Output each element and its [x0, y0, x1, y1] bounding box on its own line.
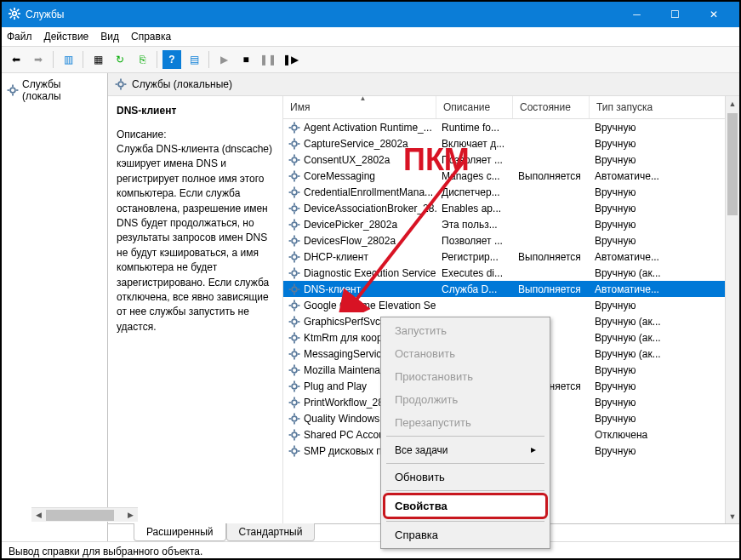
- service-row[interactable]: CaptureService_2802aВключает д...Вручную: [283, 135, 739, 151]
- restart-service-button[interactable]: ❚▶: [281, 50, 299, 69]
- tab-standard[interactable]: Стандартный: [226, 523, 316, 541]
- description-label: Описание:: [117, 129, 274, 140]
- service-start: Вручную (ак...: [590, 348, 739, 360]
- context-help[interactable]: Справка: [383, 523, 548, 546]
- service-state: Выполняется: [513, 170, 590, 182]
- gear-icon: [288, 429, 300, 441]
- svg-line-7: [17, 9, 19, 10]
- gear-icon: [288, 154, 300, 166]
- sidebar-item-services[interactable]: Службы (локалы: [5, 77, 104, 104]
- menu-help[interactable]: Справка: [131, 31, 171, 43]
- start-service-button[interactable]: ▶: [214, 50, 233, 69]
- tab-extended[interactable]: Расширенный: [134, 523, 226, 541]
- context-resume[interactable]: Продолжить: [383, 388, 548, 411]
- context-refresh[interactable]: Обновить: [383, 466, 548, 489]
- service-name: Agent Activation Runtime_...: [304, 122, 432, 134]
- gear-icon: [7, 84, 19, 96]
- list-header: Имя▲ Описание Состояние Тип запуска: [283, 96, 739, 119]
- annotation-label: ПКМ: [403, 142, 470, 178]
- refresh-button[interactable]: ↻: [111, 50, 129, 69]
- service-start: Вручную: [590, 122, 739, 134]
- service-name: CaptureService_2802a: [304, 138, 408, 150]
- toolbar: ⬅ ➡ ▥ ▦ ↻ ⎘ ? ▤ ▶ ■ ❚❚ ❚▶: [2, 47, 739, 73]
- scroll-up-icon[interactable]: ▲: [726, 96, 739, 111]
- show-hide-tree-button[interactable]: ▥: [59, 50, 77, 69]
- export-button[interactable]: ⎘: [133, 50, 151, 69]
- gear-icon: [288, 267, 300, 279]
- gear-icon: [288, 300, 300, 311]
- service-start: Вручную: [590, 186, 739, 198]
- gear-icon: [288, 186, 300, 198]
- help-button[interactable]: ?: [162, 50, 181, 69]
- menu-action[interactable]: Действие: [44, 31, 89, 43]
- app-icon: [9, 8, 20, 22]
- service-start: Вручную (ак...: [590, 332, 739, 344]
- properties-button[interactable]: ▦: [88, 50, 107, 69]
- context-menu: Запустить Остановить Приостановить Продо…: [380, 317, 550, 549]
- service-row[interactable]: Agent Activation Runtime_...Runtime fo..…: [283, 119, 739, 135]
- svg-point-104: [292, 400, 297, 405]
- context-stop[interactable]: Остановить: [383, 342, 548, 365]
- gear-icon: [288, 364, 300, 376]
- svg-point-84: [292, 335, 297, 340]
- scroll-right-icon[interactable]: ▶: [123, 511, 138, 519]
- show-hide-action-button[interactable]: ▤: [185, 50, 203, 69]
- context-alltasks[interactable]: Все задачи▸: [383, 438, 548, 461]
- sidebar: Службы (локалы: [2, 73, 108, 541]
- svg-point-79: [292, 319, 297, 324]
- scroll-thumb[interactable]: [727, 113, 738, 215]
- column-name[interactable]: Имя▲: [283, 96, 436, 118]
- svg-point-49: [292, 222, 297, 227]
- vertical-scrollbar[interactable]: ▲ ▼: [725, 96, 739, 523]
- svg-point-59: [292, 254, 297, 260]
- minimize-button[interactable]: ─: [618, 2, 656, 27]
- maximize-button[interactable]: ☐: [656, 2, 694, 27]
- service-start: Автоматиче...: [590, 170, 739, 182]
- menu-file[interactable]: Файл: [7, 31, 32, 43]
- service-start: Вручную (ак...: [590, 267, 739, 279]
- sidebar-label: Службы (локалы: [22, 78, 102, 102]
- context-restart[interactable]: Перезапустить: [383, 411, 548, 434]
- context-start[interactable]: Запустить: [383, 319, 548, 342]
- svg-point-39: [292, 190, 297, 195]
- scroll-left-icon[interactable]: ◀: [31, 511, 46, 519]
- svg-point-89: [292, 351, 297, 357]
- svg-point-119: [292, 449, 297, 454]
- column-state[interactable]: Состояние: [513, 96, 590, 118]
- scroll-down-icon[interactable]: ▼: [726, 509, 739, 523]
- hscroll-thumb[interactable]: [46, 510, 114, 521]
- pause-service-button[interactable]: ❚❚: [259, 50, 277, 69]
- context-properties[interactable]: Свойства: [383, 493, 548, 519]
- forward-button[interactable]: ➡: [29, 50, 48, 69]
- service-start: Автоматиче...: [590, 283, 739, 295]
- gear-icon: [288, 219, 300, 231]
- sidebar-hscroll[interactable]: ◀ ▶: [31, 507, 138, 522]
- detail-pane: DNS-клиент Описание: Служба DNS-клиента …: [108, 96, 282, 523]
- gear-icon: [115, 78, 127, 90]
- service-start: Вручную: [590, 397, 739, 409]
- close-button[interactable]: ✕: [694, 2, 732, 27]
- svg-point-64: [292, 271, 297, 276]
- back-button[interactable]: ⬅: [7, 50, 26, 69]
- column-startup[interactable]: Тип запуска: [590, 96, 739, 118]
- chevron-right-icon: ▸: [531, 443, 536, 455]
- column-description[interactable]: Описание: [436, 96, 513, 118]
- svg-point-44: [292, 206, 297, 211]
- menu-view[interactable]: Вид: [100, 31, 119, 43]
- svg-point-0: [13, 11, 17, 15]
- svg-point-109: [292, 416, 297, 421]
- gear-icon: [288, 251, 300, 263]
- service-state: Выполняется: [513, 283, 590, 295]
- svg-point-29: [292, 157, 297, 163]
- service-start: Вручную: [590, 154, 739, 166]
- stop-service-button[interactable]: ■: [237, 50, 255, 69]
- service-start: Вручную: [590, 300, 739, 311]
- context-pause[interactable]: Приостановить: [383, 365, 548, 388]
- svg-line-124: [353, 159, 465, 304]
- service-start: Вручную: [590, 203, 739, 214]
- service-start: Вручную: [590, 413, 739, 425]
- content-title: Службы (локальные): [132, 78, 232, 90]
- service-start: Отключена: [590, 429, 739, 441]
- window-title: Службы: [26, 9, 618, 20]
- service-start: Вручную: [590, 445, 739, 457]
